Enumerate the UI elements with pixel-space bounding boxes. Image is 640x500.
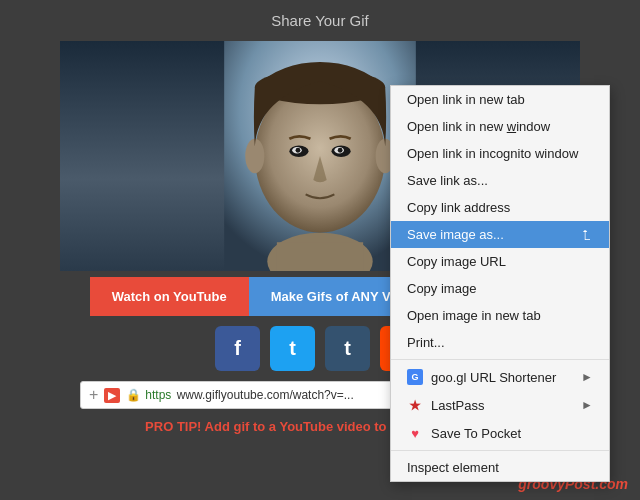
menu-item-open-new-window-label: Open link in new window (407, 119, 550, 134)
menu-item-save-link[interactable]: Save link as... (391, 167, 609, 194)
menu-item-save-image-label: Save image as... (407, 227, 504, 242)
context-menu: Open link in new tab Open link in new wi… (390, 85, 610, 482)
tumblr-button[interactable]: t (325, 326, 370, 371)
page-header: Share Your Gif (0, 0, 640, 41)
twitter-button[interactable]: t (270, 326, 315, 371)
url-plus-icon: + (89, 386, 98, 404)
svg-rect-2 (277, 242, 363, 271)
menu-item-copy-image-label: Copy image (407, 281, 476, 296)
menu-divider-2 (391, 450, 609, 451)
svg-point-9 (338, 148, 343, 153)
url-value: www.giflyoutube.com/watch?v=... (177, 388, 354, 402)
menu-item-pocket-label: Save To Pocket (431, 426, 521, 441)
menu-item-open-new-window[interactable]: Open link in new window (391, 113, 609, 140)
menu-item-save-link-label: Save link as... (407, 173, 488, 188)
menu-item-lastpass[interactable]: ★ LastPass ► (391, 391, 609, 419)
menu-item-copy-link-label: Copy link address (407, 200, 510, 215)
menu-item-goo-gl-label: goo.gl URL Shortener (431, 370, 556, 385)
menu-item-open-image-tab[interactable]: Open image in new tab (391, 302, 609, 329)
facebook-button[interactable]: f (215, 326, 260, 371)
pocket-icon: ♥ (407, 425, 423, 441)
lastpass-icon: ★ (407, 397, 423, 413)
menu-item-open-image-tab-label: Open image in new tab (407, 308, 541, 323)
menu-item-copy-image-url-label: Copy image URL (407, 254, 506, 269)
menu-item-open-incognito-label: Open link in incognito window (407, 146, 578, 161)
menu-item-goo-gl[interactable]: G goo.gl URL Shortener ► (391, 363, 609, 391)
menu-item-pocket[interactable]: ♥ Save To Pocket (391, 419, 609, 447)
youtube-button[interactable]: Watch on YouTube (90, 277, 249, 316)
menu-item-print-label: Print... (407, 335, 445, 350)
menu-item-open-new-tab-label: Open link in new tab (407, 92, 525, 107)
menu-item-inspect-label: Inspect element (407, 460, 499, 475)
menu-item-open-new-tab[interactable]: Open link in new tab (391, 86, 609, 113)
https-label: https (145, 388, 171, 402)
twitter-icon: t (289, 337, 296, 360)
arrow-right-icon: ► (581, 370, 593, 384)
menu-item-copy-image[interactable]: Copy image (391, 275, 609, 302)
menu-item-print[interactable]: Print... (391, 329, 609, 356)
facebook-icon: f (234, 337, 241, 360)
page-title: Share Your Gif (271, 12, 369, 29)
lock-icon: 🔒 (126, 388, 141, 402)
menu-item-save-image[interactable]: Save image as... ⮤ (391, 221, 609, 248)
tumblr-icon: t (344, 337, 351, 360)
svg-point-8 (296, 148, 301, 153)
menu-item-copy-link[interactable]: Copy link address (391, 194, 609, 221)
goo-gl-icon: G (407, 369, 423, 385)
menu-item-lastpass-label: LastPass (431, 398, 484, 413)
menu-item-copy-image-url[interactable]: Copy image URL (391, 248, 609, 275)
menu-item-open-incognito[interactable]: Open link in incognito window (391, 140, 609, 167)
lastpass-arrow-icon: ► (581, 398, 593, 412)
menu-divider-1 (391, 359, 609, 360)
main-container: Share Your Gif (0, 0, 640, 500)
cursor-icon: ⮤ (581, 228, 593, 242)
menu-item-inspect[interactable]: Inspect element (391, 454, 609, 481)
browser-icon: ▶ (104, 388, 120, 403)
